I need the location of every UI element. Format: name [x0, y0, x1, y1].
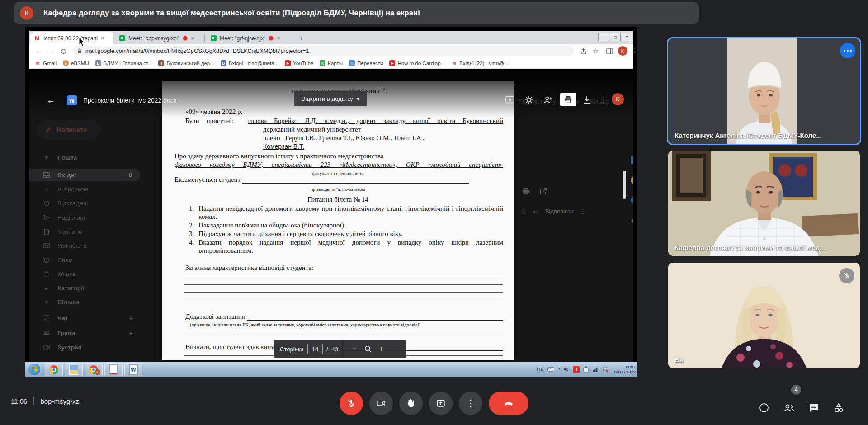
sidebar-item-starred[interactable]: ☆ Із зірочкою	[29, 183, 140, 195]
back-icon[interactable]: ←	[47, 95, 55, 105]
tray-clock[interactable]: 11:07 09.06.2022	[614, 364, 636, 374]
sidebar-item-sent[interactable]: Надіслані	[29, 211, 140, 224]
sidebar-item-more[interactable]: ▾ Більше	[29, 296, 140, 308]
sidebar-item-inbox[interactable]: Вхідні 8	[29, 169, 140, 181]
magnifier-icon[interactable]	[364, 345, 372, 353]
start-button[interactable]	[28, 364, 40, 375]
show-hidden-icons[interactable]: ^	[558, 367, 560, 372]
bookmark-item[interactable]: ББДМУ | Головна ст...	[95, 60, 152, 66]
raise-hand-button[interactable]	[399, 392, 423, 415]
more-vert-icon[interactable]: ⋮	[580, 208, 586, 215]
add-panel-icon[interactable]: +	[631, 217, 633, 225]
taskbar-photo-viewer[interactable]	[65, 363, 83, 376]
zoom-in-button[interactable]: +	[375, 345, 388, 354]
tab-meet-bop[interactable]: Meet: "bop-msyg-xzi" ×	[115, 32, 201, 44]
activities-button[interactable]	[829, 400, 849, 416]
leave-call-button[interactable]	[489, 392, 528, 415]
language-indicator[interactable]: UK	[537, 367, 543, 372]
bookmark-item[interactable]: MВхідні (22) - vmo@...	[451, 60, 508, 66]
bookmark-item[interactable]: ККарты	[320, 60, 343, 66]
mic-toggle-button[interactable]	[340, 392, 363, 415]
tile-options-button[interactable]	[840, 43, 855, 58]
add-person-icon[interactable]	[543, 95, 553, 105]
slideshow-icon[interactable]	[505, 95, 515, 105]
sidebar-section-mail[interactable]: ▾ Пошта	[29, 151, 140, 164]
back-icon[interactable]: ←	[35, 47, 42, 55]
plus-icon[interactable]: +	[129, 314, 133, 322]
window-close-button[interactable]: ×	[622, 33, 632, 41]
tab-meet-grf[interactable]: Meet: "grf-qjce-njx" ×	[207, 32, 292, 44]
more-options-button[interactable]: ⋮	[459, 392, 482, 415]
bookmark-item[interactable]: ВВхідні - pian@meta...	[221, 60, 278, 66]
bookmark-item[interactable]: MGmail	[35, 60, 57, 66]
new-tab-button[interactable]: +	[295, 32, 307, 44]
account-avatar[interactable]: K	[612, 93, 624, 105]
sidebar-item-snoozed[interactable]: Відкладені	[29, 197, 140, 209]
window-maximize-button[interactable]: □	[610, 33, 621, 41]
bookmark-item[interactable]: ▶YouTube	[285, 60, 313, 66]
signal-bars-icon[interactable]	[592, 367, 599, 372]
camera-toggle-button[interactable]	[369, 392, 393, 415]
profile-avatar[interactable]: K	[618, 46, 627, 56]
print-icon[interactable]	[522, 187, 530, 195]
chat-button[interactable]	[804, 400, 824, 416]
compose-button[interactable]: Написати	[38, 120, 101, 140]
tab-gmail-exam[interactable]: M Іспит 09.06.22 (терапія) - vmo@ ×	[30, 32, 113, 44]
participants-button[interactable]	[779, 400, 799, 416]
print-button[interactable]	[560, 93, 576, 106]
calendar-panel-icon[interactable]	[631, 156, 633, 164]
clipboard-icon[interactable]	[583, 366, 589, 373]
reply-button[interactable]: Відповісти	[545, 208, 574, 215]
address-bar[interactable]: mail.google.com/mail/u/0/#inbox/FMfcgzGp…	[73, 46, 574, 56]
participant-tile-2[interactable]: Кафедра догляду за хворими та вищої мед.…	[668, 151, 860, 256]
bookmark-star-icon[interactable]: ☆	[593, 47, 599, 55]
tasks-panel-icon[interactable]	[631, 196, 633, 204]
sidebar-section-chat[interactable]: Чат +	[29, 312, 140, 324]
sidebar-item-spam[interactable]: Спам	[29, 254, 140, 266]
meeting-details-button[interactable]	[754, 400, 774, 416]
sidebar-item-trash[interactable]: Кошик	[29, 268, 140, 280]
download-icon[interactable]	[582, 95, 592, 105]
scrollbar-thumb[interactable]	[623, 171, 626, 199]
close-icon[interactable]: ×	[191, 35, 194, 42]
taskbar-word[interactable]: W	[124, 363, 142, 376]
participant-tile-1[interactable]: Катеринчук Ангеліна (Студент БДМУ-Коле..…	[668, 38, 860, 144]
zoom-out-button[interactable]: −	[348, 345, 361, 354]
reload-icon[interactable]	[60, 48, 67, 55]
close-icon[interactable]: ×	[277, 35, 280, 42]
open-in-new-icon[interactable]	[539, 187, 547, 195]
sidebar-section-meet[interactable]: Зустрічі	[29, 341, 140, 354]
bookmark-item[interactable]: ▶How to do Cardiop...	[389, 60, 445, 66]
tray-app-icon[interactable]: z	[573, 366, 580, 373]
share-icon[interactable]	[580, 48, 587, 55]
side-panel-icon[interactable]	[606, 48, 613, 55]
browser-menu-icon[interactable]: ⋮	[632, 47, 638, 54]
present-screen-button[interactable]	[429, 392, 453, 415]
star-icon[interactable]: ☆	[520, 207, 527, 216]
bookmark-item[interactable]: ТБуковинський дер...	[158, 60, 214, 66]
sidebar-item-all-mail[interactable]: Уся пошта	[29, 239, 140, 252]
reply-arrow-icon[interactable]: ↩	[533, 208, 539, 216]
sidebar-item-categories[interactable]: ▸ Категорії	[29, 282, 140, 294]
sidebar-section-groups[interactable]: Групи +	[29, 326, 140, 339]
network-error-icon[interactable]	[602, 367, 609, 373]
close-icon[interactable]: ×	[101, 35, 104, 42]
taskbar-chrome-profile[interactable]: K	[85, 363, 103, 376]
taskbar-document[interactable]	[104, 363, 123, 376]
taskbar-chrome[interactable]	[45, 363, 63, 376]
open-in-app-button[interactable]: Відкрити в додатку▾	[294, 91, 367, 106]
forward-icon[interactable]: →	[47, 47, 55, 55]
participant-tile-self[interactable]: Ви	[668, 263, 860, 368]
bookmark-item[interactable]: eeBSMU	[63, 60, 89, 66]
viewer-more-icon[interactable]: ⋮	[600, 95, 608, 104]
gear-icon[interactable]	[524, 95, 534, 105]
bookmark-item[interactable]: ППеревести	[349, 60, 383, 66]
sidebar-item-drafts[interactable]: Чернетки	[29, 225, 140, 238]
draft-icon	[43, 229, 50, 235]
keyboard-icon[interactable]	[547, 367, 554, 372]
speaker-icon[interactable]	[563, 367, 569, 372]
keep-panel-icon[interactable]	[631, 176, 633, 184]
window-minimize-button[interactable]: —	[598, 33, 609, 41]
plus-icon[interactable]: +	[129, 329, 133, 337]
page-number-input[interactable]: 14	[307, 344, 323, 354]
